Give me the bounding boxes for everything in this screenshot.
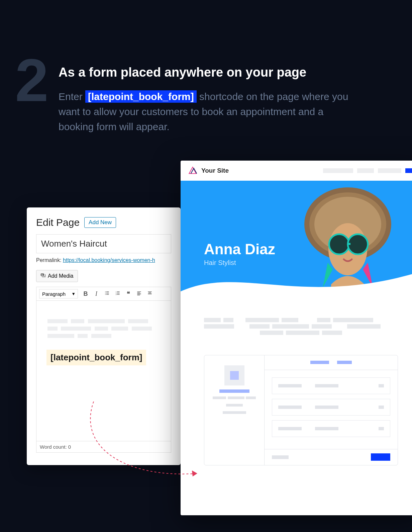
blockquote-icon[interactable]: ❝ <box>125 290 131 297</box>
form-left-panel <box>204 355 265 465</box>
placeholder-line <box>78 334 88 338</box>
text-placeholder <box>282 318 298 322</box>
placeholder-line <box>95 327 108 331</box>
cell-placeholder <box>379 384 384 387</box>
svg-rect-6 <box>348 243 350 245</box>
numbered-list-icon[interactable] <box>115 290 121 297</box>
section-title: As a form placed anywhere on your page <box>59 65 353 80</box>
add-media-button[interactable]: Add Media <box>36 270 78 282</box>
permalink-label: Permalink: <box>36 257 62 263</box>
svg-point-5 <box>348 234 368 254</box>
align-center-icon[interactable] <box>147 290 153 297</box>
form-option-row[interactable] <box>272 399 390 416</box>
word-count-label: Word count: <box>40 444 67 450</box>
section-description: Enter [latepoint_book_form] shortcode on… <box>59 89 353 134</box>
editor-toolbar: Paragraph ▾ B I ❝ <box>36 287 171 301</box>
info-placeholder <box>246 396 256 399</box>
site-logo-icon <box>188 166 197 175</box>
media-icon <box>40 273 46 279</box>
placeholder-line <box>88 319 125 323</box>
text-placeholder <box>317 318 330 322</box>
name-bar-placeholder <box>219 389 249 393</box>
editor-content-area[interactable]: [latepoint_book_form] <box>36 301 171 441</box>
add-media-label: Add Media <box>48 273 74 279</box>
cell-placeholder <box>379 427 384 430</box>
text-placeholder <box>347 324 381 329</box>
text-placeholder <box>204 318 221 322</box>
hero-name: Anna Diaz <box>204 241 275 258</box>
chevron-down-icon: ▾ <box>72 291 75 297</box>
permalink-row: Permalink: https://local.booking/service… <box>36 257 171 263</box>
cell-placeholder <box>379 406 384 409</box>
info-placeholder <box>228 396 244 399</box>
nav-placeholder <box>323 168 353 173</box>
footer-placeholder <box>272 455 289 459</box>
add-new-button[interactable]: Add New <box>84 217 116 228</box>
text-placeholder <box>260 331 283 335</box>
form-right-panel <box>265 355 398 465</box>
form-tab-placeholder[interactable] <box>337 361 352 364</box>
shortcode-in-editor: [latepoint_book_form] <box>46 350 146 365</box>
permalink-base: https://local.booking/ <box>63 257 112 263</box>
text-placeholder <box>245 318 279 322</box>
italic-icon[interactable]: I <box>93 290 99 297</box>
nav-placeholder <box>378 168 401 173</box>
form-tab-placeholder[interactable] <box>310 361 329 364</box>
cell-placeholder <box>278 406 302 409</box>
booking-form-card <box>204 355 398 465</box>
bullet-list-icon[interactable] <box>104 290 110 297</box>
brand-name: Your Site <box>201 167 229 174</box>
word-count-value: 0 <box>68 444 71 450</box>
text-placeholder <box>312 324 332 329</box>
align-left-icon[interactable] <box>136 290 142 297</box>
wp-editor-panel: Edit Page Add New Permalink: https://loc… <box>27 207 181 465</box>
text-placeholder <box>249 324 270 329</box>
form-submit-button[interactable] <box>371 453 390 461</box>
text-placeholder <box>204 324 234 329</box>
cell-placeholder <box>315 427 338 430</box>
form-tabs <box>265 355 398 370</box>
placeholder-line <box>47 334 74 338</box>
placeholder-line <box>61 327 91 331</box>
post-title-input[interactable] <box>36 234 171 253</box>
text-placeholder <box>333 318 373 322</box>
bold-icon[interactable]: B <box>83 290 89 297</box>
nav-placeholder <box>357 168 374 173</box>
placeholder-line <box>111 327 128 331</box>
permalink-link[interactable]: https://local.booking/services-women-h <box>63 257 155 263</box>
placeholder-line <box>47 319 68 323</box>
shortcode-highlight: [latepoint_book_form] <box>85 90 197 103</box>
text-placeholder <box>223 318 233 322</box>
desc-text-before: Enter <box>59 91 85 102</box>
step-number: 2 <box>15 50 48 110</box>
permalink-slug: services-women-h <box>112 257 155 263</box>
cell-placeholder <box>315 384 338 387</box>
info-placeholder <box>223 411 246 414</box>
format-label: Paragraph <box>42 291 66 297</box>
cell-placeholder <box>278 427 302 430</box>
text-placeholder <box>272 324 309 329</box>
placeholder-line <box>132 327 152 331</box>
edit-page-heading: Edit Page <box>36 217 80 228</box>
info-placeholder <box>226 404 243 407</box>
site-header: Your Site <box>181 161 412 181</box>
word-count-row: Word count: 0 <box>36 441 171 453</box>
avatar-placeholder <box>224 365 244 385</box>
cell-placeholder <box>315 406 338 409</box>
info-placeholder <box>213 396 226 399</box>
text-placeholder <box>322 331 342 335</box>
form-footer <box>265 449 398 465</box>
placeholder-line <box>128 319 148 323</box>
placeholder-line <box>91 334 111 338</box>
cell-placeholder <box>278 384 302 387</box>
hero-wave <box>181 261 412 301</box>
form-option-row[interactable] <box>272 377 390 394</box>
svg-point-4 <box>329 234 349 254</box>
heading-block: As a form placed anywhere on your page E… <box>59 65 353 134</box>
nav-accent-placeholder <box>405 168 412 173</box>
format-select[interactable]: Paragraph ▾ <box>39 289 78 298</box>
placeholder-line <box>47 327 58 331</box>
site-preview-panel: Your Site Anna Diaz Hair Stylist <box>181 161 412 515</box>
text-placeholder <box>286 331 319 335</box>
form-option-row[interactable] <box>272 420 390 437</box>
